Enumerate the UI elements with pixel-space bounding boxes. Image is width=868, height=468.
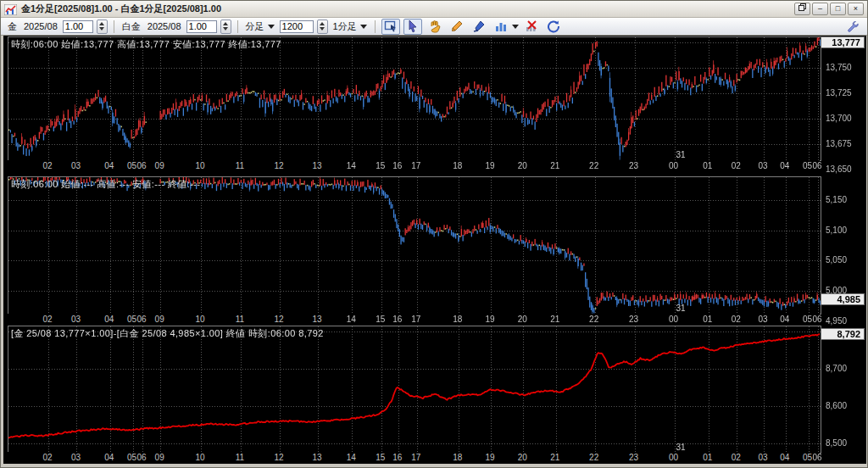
time-tick-label: 15 (376, 315, 385, 324)
float-window-button[interactable] (794, 3, 810, 15)
bar-type-dropdown[interactable]: 分足 (244, 20, 276, 33)
price-axis-label: 5,100 (826, 226, 847, 235)
time-tick-label: 04 (780, 315, 789, 324)
select-chart-tool-button[interactable] (381, 19, 400, 35)
time-tick-label: 09 (155, 453, 164, 462)
spread-current-price-box: 8,792 (821, 328, 865, 340)
app-chart-icon (4, 3, 17, 14)
platinum-multiplier-input[interactable] (186, 20, 217, 33)
time-tick-label: 22 (589, 315, 598, 324)
time-tick-label: 14 (347, 453, 356, 462)
time-tick-label: 04 (104, 315, 114, 324)
time-tick-label: 01 (703, 453, 712, 462)
time-tick-label: 11 (236, 453, 244, 462)
platinum-multiplier-spinner[interactable] (220, 20, 231, 34)
time-tick-label: 10 (195, 161, 204, 170)
delete-chart-icon (525, 20, 538, 33)
platinum-contract-month: 2025/08 (147, 21, 181, 31)
time-tick-label: 04 (104, 453, 114, 462)
time-tick-label: 01 (703, 315, 712, 324)
time-tick-label: 18 (453, 161, 462, 170)
time-tick-label: 03 (71, 315, 81, 324)
time-tick-label: 02 (732, 453, 741, 462)
time-tick-label: 03 (758, 315, 767, 324)
reload-icon (547, 20, 560, 33)
time-tick-label: 05 (803, 315, 812, 324)
hand-tool-button[interactable] (426, 19, 444, 35)
gold-time-axis: 0203040506091011121314151617181920212223… (8, 160, 820, 171)
gold-candlestick-plot[interactable] (8, 37, 821, 160)
delete-chart-tool-button[interactable] (522, 19, 541, 35)
marker-tool-button[interactable] (470, 19, 488, 35)
bar-count-spinner[interactable] (317, 20, 328, 34)
time-tick-label: 03 (758, 453, 767, 462)
time-tick-label: 00 (669, 315, 678, 324)
price-axis-label: 8,500 (826, 438, 847, 448)
pencil-icon (450, 20, 464, 33)
wrench-icon (847, 20, 859, 32)
time-tick-label: 22 (589, 161, 598, 170)
spread-line-plot[interactable] (8, 326, 821, 453)
time-tick-label: 06 (813, 161, 822, 170)
toolbar: 金 2025/08 白金 2025/08 分足 1分足 (1, 18, 867, 36)
marker-pen-icon (472, 20, 486, 33)
time-tick-label: 16 (392, 161, 402, 170)
time-tick-label: 10 (195, 453, 204, 462)
gold-multiplier-spinner[interactable] (97, 20, 108, 34)
time-tick-label: 11 (236, 315, 244, 324)
time-tick-label: 03 (758, 161, 767, 170)
time-tick-label: 20 (518, 161, 527, 170)
gold-current-price-box: 13,777 (821, 36, 865, 48)
time-tick-label: 12 (274, 315, 283, 324)
time-tick-label: 13 (312, 453, 321, 462)
interval-dropdown[interactable]: 1分足 (331, 20, 369, 33)
minimize-button[interactable]: – (812, 3, 828, 15)
price-axis-label: 4,950 (826, 316, 847, 326)
price-axis-label: 13,700 (826, 114, 852, 123)
time-tick-label: 17 (411, 315, 420, 324)
time-tick-label: 21 (550, 161, 559, 170)
pencil-tool-button[interactable] (448, 19, 466, 35)
gold-contract-month: 2025/08 (24, 21, 58, 31)
time-tick-label: 01 (703, 161, 712, 170)
chevron-down-icon[interactable] (512, 25, 519, 29)
time-tick-label: 03 (71, 161, 81, 170)
time-tick-label: 04 (780, 453, 789, 462)
chevron-down-icon (268, 25, 275, 29)
time-tick-label: 02 (732, 315, 741, 324)
time-tick-label: 00 (669, 161, 678, 170)
cursor-tool-button[interactable] (403, 19, 422, 35)
price-axis-label: 13,675 (826, 139, 852, 148)
time-tick-label: 06 (813, 315, 822, 324)
time-tick-label: 09 (155, 161, 164, 170)
time-tick-label: 23 (629, 453, 638, 462)
chart-style-tool-button[interactable] (492, 19, 510, 35)
gold-symbol-label: 金 (8, 20, 17, 33)
time-tick-label: 05 (127, 161, 136, 170)
toolbar-separator (114, 20, 114, 33)
platinum-time-axis: 0203040506091011121314151617181920212223… (8, 314, 820, 325)
time-tick-label: 23 (629, 161, 638, 170)
price-axis-label: 5,050 (826, 255, 847, 265)
bar-count-input[interactable] (280, 20, 314, 33)
price-axis-label: 13,750 (826, 63, 852, 72)
time-tick-label: 02 (42, 453, 52, 462)
time-tick-label: 03 (71, 453, 81, 462)
time-tick-label: 05 (127, 315, 136, 324)
title-bar[interactable]: 金1分足[2025/08]1.00 - 白金1分足[2025/08]1.00 –… (1, 1, 867, 18)
platinum-candlestick-plot[interactable] (8, 177, 821, 314)
gold-price-axis: 13,75013,72513,70013,67513,650 (822, 36, 866, 172)
time-tick-label: 21 (550, 315, 559, 324)
time-tick-label: 05 (803, 161, 812, 170)
maximize-button[interactable]: □ (830, 3, 846, 15)
reload-tool-button[interactable] (544, 19, 563, 35)
time-tick-label: 19 (485, 161, 494, 170)
settings-wrench-button[interactable] (843, 19, 862, 35)
time-tick-label: 17 (411, 453, 420, 462)
time-tick-label: 19 (485, 453, 494, 462)
time-tick-label: 14 (347, 161, 356, 170)
gold-multiplier-input[interactable] (63, 20, 93, 33)
close-button[interactable]: × (848, 3, 864, 15)
time-tick-label: 15 (376, 453, 385, 462)
time-tick-label: 18 (453, 453, 462, 462)
